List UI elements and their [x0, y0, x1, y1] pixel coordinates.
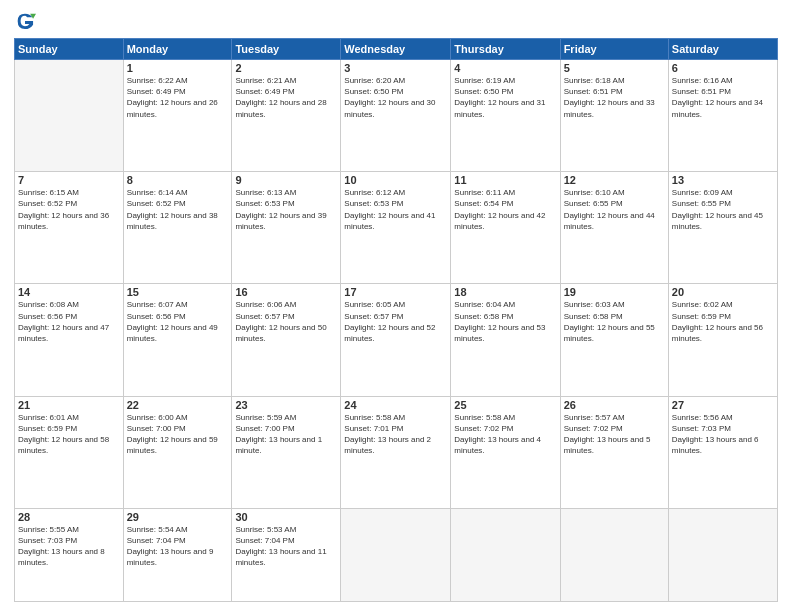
calendar-cell: 3Sunrise: 6:20 AMSunset: 6:50 PMDaylight… [341, 60, 451, 172]
calendar-cell: 29Sunrise: 5:54 AMSunset: 7:04 PMDayligh… [123, 508, 232, 601]
calendar-cell: 23Sunrise: 5:59 AMSunset: 7:00 PMDayligh… [232, 396, 341, 508]
day-info: Sunrise: 6:09 AMSunset: 6:55 PMDaylight:… [672, 187, 774, 232]
day-number: 4 [454, 62, 556, 74]
day-number: 12 [564, 174, 665, 186]
calendar-cell: 10Sunrise: 6:12 AMSunset: 6:53 PMDayligh… [341, 172, 451, 284]
day-header: Friday [560, 39, 668, 60]
day-info: Sunrise: 6:16 AMSunset: 6:51 PMDaylight:… [672, 75, 774, 120]
day-info: Sunrise: 5:54 AMSunset: 7:04 PMDaylight:… [127, 524, 229, 569]
day-info: Sunrise: 6:03 AMSunset: 6:58 PMDaylight:… [564, 299, 665, 344]
day-number: 21 [18, 399, 120, 411]
calendar-cell: 7Sunrise: 6:15 AMSunset: 6:52 PMDaylight… [15, 172, 124, 284]
day-number: 7 [18, 174, 120, 186]
calendar-cell: 21Sunrise: 6:01 AMSunset: 6:59 PMDayligh… [15, 396, 124, 508]
day-info: Sunrise: 5:57 AMSunset: 7:02 PMDaylight:… [564, 412, 665, 457]
calendar-cell: 27Sunrise: 5:56 AMSunset: 7:03 PMDayligh… [668, 396, 777, 508]
calendar-cell: 1Sunrise: 6:22 AMSunset: 6:49 PMDaylight… [123, 60, 232, 172]
day-number: 23 [235, 399, 337, 411]
logo [14, 10, 40, 32]
day-info: Sunrise: 6:13 AMSunset: 6:53 PMDaylight:… [235, 187, 337, 232]
calendar-cell: 6Sunrise: 6:16 AMSunset: 6:51 PMDaylight… [668, 60, 777, 172]
day-header: Sunday [15, 39, 124, 60]
day-info: Sunrise: 6:18 AMSunset: 6:51 PMDaylight:… [564, 75, 665, 120]
day-info: Sunrise: 6:07 AMSunset: 6:56 PMDaylight:… [127, 299, 229, 344]
calendar-cell: 22Sunrise: 6:00 AMSunset: 7:00 PMDayligh… [123, 396, 232, 508]
day-info: Sunrise: 5:53 AMSunset: 7:04 PMDaylight:… [235, 524, 337, 569]
calendar-cell: 4Sunrise: 6:19 AMSunset: 6:50 PMDaylight… [451, 60, 560, 172]
calendar-cell: 8Sunrise: 6:14 AMSunset: 6:52 PMDaylight… [123, 172, 232, 284]
day-number: 3 [344, 62, 447, 74]
day-info: Sunrise: 5:58 AMSunset: 7:01 PMDaylight:… [344, 412, 447, 457]
calendar-cell [560, 508, 668, 601]
day-info: Sunrise: 5:56 AMSunset: 7:03 PMDaylight:… [672, 412, 774, 457]
day-number: 16 [235, 286, 337, 298]
day-info: Sunrise: 6:08 AMSunset: 6:56 PMDaylight:… [18, 299, 120, 344]
calendar: SundayMondayTuesdayWednesdayThursdayFrid… [14, 38, 778, 602]
calendar-cell: 28Sunrise: 5:55 AMSunset: 7:03 PMDayligh… [15, 508, 124, 601]
day-number: 15 [127, 286, 229, 298]
calendar-cell: 24Sunrise: 5:58 AMSunset: 7:01 PMDayligh… [341, 396, 451, 508]
calendar-cell: 5Sunrise: 6:18 AMSunset: 6:51 PMDaylight… [560, 60, 668, 172]
day-number: 8 [127, 174, 229, 186]
day-info: Sunrise: 6:19 AMSunset: 6:50 PMDaylight:… [454, 75, 556, 120]
calendar-cell [341, 508, 451, 601]
calendar-cell: 17Sunrise: 6:05 AMSunset: 6:57 PMDayligh… [341, 284, 451, 396]
calendar-cell: 18Sunrise: 6:04 AMSunset: 6:58 PMDayligh… [451, 284, 560, 396]
header [14, 10, 778, 32]
day-info: Sunrise: 6:06 AMSunset: 6:57 PMDaylight:… [235, 299, 337, 344]
day-header: Thursday [451, 39, 560, 60]
calendar-cell [15, 60, 124, 172]
day-number: 24 [344, 399, 447, 411]
day-number: 28 [18, 511, 120, 523]
day-info: Sunrise: 5:55 AMSunset: 7:03 PMDaylight:… [18, 524, 120, 569]
day-info: Sunrise: 6:02 AMSunset: 6:59 PMDaylight:… [672, 299, 774, 344]
calendar-cell [451, 508, 560, 601]
calendar-cell: 30Sunrise: 5:53 AMSunset: 7:04 PMDayligh… [232, 508, 341, 601]
day-info: Sunrise: 6:01 AMSunset: 6:59 PMDaylight:… [18, 412, 120, 457]
day-number: 2 [235, 62, 337, 74]
day-header: Tuesday [232, 39, 341, 60]
day-number: 10 [344, 174, 447, 186]
day-info: Sunrise: 6:12 AMSunset: 6:53 PMDaylight:… [344, 187, 447, 232]
day-number: 25 [454, 399, 556, 411]
day-number: 29 [127, 511, 229, 523]
day-number: 14 [18, 286, 120, 298]
calendar-cell: 16Sunrise: 6:06 AMSunset: 6:57 PMDayligh… [232, 284, 341, 396]
day-info: Sunrise: 6:00 AMSunset: 7:00 PMDaylight:… [127, 412, 229, 457]
day-info: Sunrise: 6:14 AMSunset: 6:52 PMDaylight:… [127, 187, 229, 232]
day-info: Sunrise: 6:15 AMSunset: 6:52 PMDaylight:… [18, 187, 120, 232]
calendar-cell: 13Sunrise: 6:09 AMSunset: 6:55 PMDayligh… [668, 172, 777, 284]
day-info: Sunrise: 6:11 AMSunset: 6:54 PMDaylight:… [454, 187, 556, 232]
day-info: Sunrise: 6:05 AMSunset: 6:57 PMDaylight:… [344, 299, 447, 344]
calendar-cell: 12Sunrise: 6:10 AMSunset: 6:55 PMDayligh… [560, 172, 668, 284]
day-info: Sunrise: 6:20 AMSunset: 6:50 PMDaylight:… [344, 75, 447, 120]
day-header: Monday [123, 39, 232, 60]
calendar-cell: 9Sunrise: 6:13 AMSunset: 6:53 PMDaylight… [232, 172, 341, 284]
calendar-cell: 20Sunrise: 6:02 AMSunset: 6:59 PMDayligh… [668, 284, 777, 396]
day-number: 30 [235, 511, 337, 523]
day-number: 11 [454, 174, 556, 186]
day-number: 26 [564, 399, 665, 411]
calendar-header-row: SundayMondayTuesdayWednesdayThursdayFrid… [15, 39, 778, 60]
day-number: 17 [344, 286, 447, 298]
day-info: Sunrise: 6:21 AMSunset: 6:49 PMDaylight:… [235, 75, 337, 120]
day-number: 9 [235, 174, 337, 186]
day-number: 6 [672, 62, 774, 74]
calendar-cell: 26Sunrise: 5:57 AMSunset: 7:02 PMDayligh… [560, 396, 668, 508]
day-header: Wednesday [341, 39, 451, 60]
calendar-cell: 25Sunrise: 5:58 AMSunset: 7:02 PMDayligh… [451, 396, 560, 508]
day-info: Sunrise: 5:59 AMSunset: 7:00 PMDaylight:… [235, 412, 337, 457]
day-number: 18 [454, 286, 556, 298]
day-info: Sunrise: 6:10 AMSunset: 6:55 PMDaylight:… [564, 187, 665, 232]
calendar-cell: 11Sunrise: 6:11 AMSunset: 6:54 PMDayligh… [451, 172, 560, 284]
day-header: Saturday [668, 39, 777, 60]
calendar-cell: 15Sunrise: 6:07 AMSunset: 6:56 PMDayligh… [123, 284, 232, 396]
day-info: Sunrise: 6:04 AMSunset: 6:58 PMDaylight:… [454, 299, 556, 344]
day-number: 20 [672, 286, 774, 298]
day-number: 5 [564, 62, 665, 74]
day-number: 27 [672, 399, 774, 411]
day-number: 22 [127, 399, 229, 411]
calendar-cell: 2Sunrise: 6:21 AMSunset: 6:49 PMDaylight… [232, 60, 341, 172]
calendar-cell: 19Sunrise: 6:03 AMSunset: 6:58 PMDayligh… [560, 284, 668, 396]
calendar-cell [668, 508, 777, 601]
